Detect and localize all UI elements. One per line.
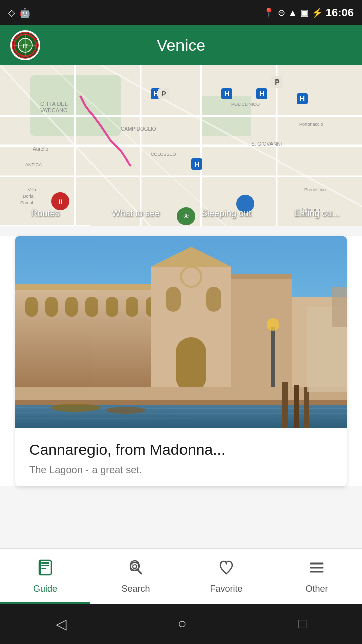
svg-text:H: H — [154, 90, 159, 98]
svg-rect-86 — [294, 385, 299, 428]
svg-text:POLICLINICO: POLICLINICO — [231, 102, 260, 107]
card-image — [15, 236, 347, 428]
guide-label: Guide — [33, 584, 57, 594]
tab-what-to-see[interactable]: What to see — [90, 202, 181, 226]
nav-item-other[interactable]: Other — [272, 549, 362, 604]
svg-point-76 — [267, 318, 279, 331]
svg-text:H: H — [224, 90, 229, 98]
android-nav-bar: ◁ ○ □ — [0, 604, 362, 644]
location-icon: 📍 — [263, 7, 275, 18]
page-title: Venice — [50, 36, 312, 55]
status-bar: ◇ 🤖 📍 ⊖ ▲ ▣ ⚡ 16:06 — [0, 0, 362, 25]
svg-rect-58 — [45, 297, 58, 317]
wifi-icon: ▲ — [288, 8, 297, 18]
svg-rect-91 — [41, 562, 49, 564]
battery-icon: ⚡ — [312, 7, 323, 18]
svg-rect-70 — [206, 287, 221, 312]
svg-rect-89 — [332, 287, 347, 327]
search-label: Search — [121, 584, 150, 594]
svg-text:H: H — [194, 160, 199, 168]
app-logo: IT — [10, 30, 40, 60]
app-bar: IT Venice — [0, 25, 362, 65]
dnd-icon: ⊖ — [278, 7, 285, 18]
tab-sleeping-out[interactable]: Sleeping out — [181, 202, 272, 226]
status-right-icons: 📍 ⊖ ▲ ▣ ⚡ 16:06 — [263, 6, 354, 19]
svg-rect-68 — [176, 337, 206, 392]
svg-rect-72 — [231, 277, 292, 392]
search-icon — [127, 558, 145, 581]
back-button[interactable]: ◁ — [56, 616, 67, 632]
svg-text:Doria: Doria — [23, 194, 34, 199]
svg-text:S. GIOVANNI: S. GIOVANNI — [251, 141, 282, 147]
svg-rect-92 — [41, 565, 49, 566]
tab-routes[interactable]: Routes — [0, 202, 90, 226]
favorite-label: Favorite — [210, 584, 242, 594]
svg-text:P: P — [161, 90, 166, 98]
svg-rect-61 — [106, 297, 118, 317]
svg-rect-93 — [41, 568, 46, 569]
svg-point-84 — [106, 407, 146, 414]
bottom-navigation: Guide Search Favorite — [0, 548, 362, 604]
svg-text:H: H — [300, 95, 305, 103]
svg-rect-85 — [282, 382, 288, 428]
svg-text:COLOSSEO: COLOSSEO — [151, 152, 176, 157]
svg-point-83 — [50, 404, 101, 412]
guide-icon — [36, 558, 54, 581]
svg-rect-59 — [65, 297, 78, 317]
svg-point-98 — [133, 565, 137, 569]
other-label: Other — [305, 584, 328, 594]
app-icon-1: ◇ — [8, 7, 15, 18]
svg-text:Portonaccio: Portonaccio — [299, 122, 323, 127]
svg-rect-94 — [39, 560, 41, 575]
featured-card[interactable]: Cannaregio, from Madonna... The Lagoon -… — [15, 236, 347, 486]
card-subtitle: The Lagoon - a great set. — [29, 464, 333, 476]
card-title: Cannaregio, from Madonna... — [29, 440, 333, 459]
svg-rect-62 — [126, 297, 138, 317]
svg-rect-75 — [272, 327, 275, 392]
svg-text:P: P — [275, 78, 279, 86]
nav-item-search[interactable]: Search — [90, 549, 181, 604]
home-button[interactable]: ○ — [178, 616, 187, 632]
favorite-icon — [217, 558, 235, 581]
svg-rect-87 — [304, 387, 309, 428]
svg-rect-60 — [85, 297, 98, 317]
nav-item-guide[interactable]: Guide — [0, 549, 90, 604]
map-tabs: Routes What to see Sleeping out Eating o… — [0, 202, 362, 226]
content-section: Cannaregio, from Madonna... The Lagoon -… — [0, 236, 362, 486]
recent-button[interactable]: □ — [298, 616, 306, 632]
nav-item-favorite[interactable]: Favorite — [181, 549, 272, 604]
svg-text:Aurelio: Aurelio — [33, 146, 49, 152]
svg-text:CITTA DEL: CITTA DEL — [40, 101, 68, 107]
svg-text:CAMPIDOGLIO: CAMPIDOGLIO — [121, 126, 156, 132]
svg-rect-69 — [166, 287, 181, 312]
svg-text:H: H — [259, 90, 264, 98]
svg-text:Villa: Villa — [28, 187, 36, 192]
tab-eating-out[interactable]: Eating ou... — [272, 202, 362, 226]
status-left-icons: ◇ 🤖 — [8, 7, 30, 18]
svg-text:ANTICA: ANTICA — [25, 162, 42, 167]
svg-rect-57 — [25, 297, 38, 317]
svg-rect-73 — [231, 274, 292, 279]
signal-icon: ▣ — [300, 7, 309, 18]
logo-inner: IT — [12, 32, 39, 59]
map-section[interactable]: CITTA DEL VATICANO Aurelio ANTICA Villa … — [0, 65, 362, 226]
svg-text:VATICANO: VATICANO — [40, 107, 68, 113]
status-time: 16:06 — [326, 6, 354, 19]
card-text: Cannaregio, from Madonna... The Lagoon -… — [15, 428, 347, 486]
svg-text:Prenestino: Prenestino — [304, 187, 326, 192]
other-icon — [308, 558, 326, 581]
app-icon-2: 🤖 — [19, 7, 30, 18]
